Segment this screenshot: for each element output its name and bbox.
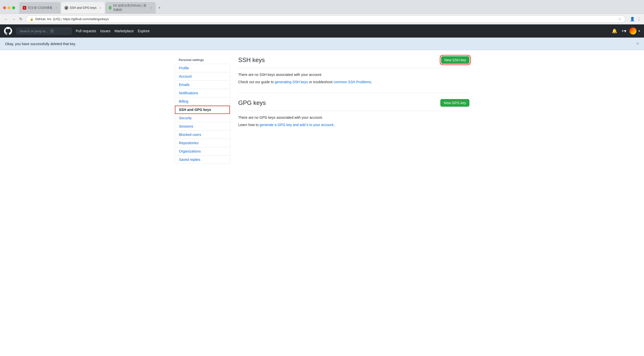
ssl-lock-icon: 🔒	[30, 17, 34, 21]
browser-tabs: C 写文章-CSDN博客 × SSH and GPG keys × G Git …	[19, 2, 641, 14]
github-logo[interactable]	[4, 27, 12, 35]
tab-close-github[interactable]: ×	[99, 6, 101, 9]
github-favicon	[65, 6, 68, 10]
maximize-window-button[interactable]	[12, 6, 15, 9]
sidebar-item-emails[interactable]: Emails	[175, 81, 230, 89]
user-profile-icon[interactable]: 👤	[630, 17, 635, 21]
generate-gpg-key-link[interactable]: generate a GPG key and add it to your ac…	[260, 123, 334, 127]
sidebar-link-account[interactable]: Account	[175, 72, 230, 80]
browser-tab-git[interactable]: G Git 远程仓库(Github) | 菜鸟教程 ×	[105, 2, 156, 14]
sidebar-item-account[interactable]: Account	[175, 72, 230, 81]
bookmark-star-icon[interactable]: ☆	[618, 17, 622, 21]
sidebar-item-repositories[interactable]: Repositories	[175, 139, 230, 147]
sidebar-link-security[interactable]: Security	[175, 114, 230, 122]
sidebar-link-billing[interactable]: Billing	[175, 97, 230, 105]
sidebar-link-saved-replies[interactable]: Saved replies	[175, 156, 230, 164]
url-prefix: GitHub, Inc. [US] |	[35, 17, 62, 21]
git-favicon: G	[109, 6, 112, 10]
sidebar-item-notifications[interactable]: Notifications	[175, 89, 230, 97]
nav-pull-requests[interactable]: Pull requests	[76, 29, 96, 33]
tab-label-git: Git 远程仓库(Github) | 菜鸟教程	[113, 4, 147, 12]
browser-title-bar: C 写文章-CSDN博客 × SSH and GPG keys × G Git …	[0, 0, 644, 14]
settings-sidebar: Personal settings Profile Account Emails…	[175, 56, 230, 164]
forward-button[interactable]: →	[11, 16, 17, 22]
generating-ssh-keys-link[interactable]: generating SSH keys	[275, 80, 308, 84]
ssh-section-header: SSH keys New SSH key	[238, 56, 469, 68]
gpg-empty-message: There are no GPG keys associated with yo…	[238, 115, 469, 120]
ssh-section-title: SSH keys	[238, 56, 265, 64]
sidebar-link-notifications[interactable]: Notifications	[175, 89, 230, 97]
sidebar-link-blocked-users[interactable]: Blocked users	[175, 131, 230, 139]
sidebar-item-ssh-gpg[interactable]: SSH and GPG keys	[175, 106, 230, 114]
github-navbar: Search or jump to... / Pull requests Iss…	[0, 24, 644, 38]
browser-chrome: C 写文章-CSDN博客 × SSH and GPG keys × G Git …	[0, 0, 644, 24]
nav-right-section: 🔔 +▾ ▾	[611, 27, 640, 35]
nav-links: Pull requests Issues Marketplace Explore	[76, 29, 150, 33]
browser-menu-icon[interactable]: ⋮	[637, 17, 641, 21]
sidebar-nav: Profile Account Emails Notifications Bil…	[175, 64, 230, 164]
browser-address-bar: ← → ↻ 🔒 GitHub, Inc. [US] | https://gith…	[0, 14, 644, 24]
gpg-section-body: There are no GPG keys associated with yo…	[238, 115, 469, 128]
common-ssh-problems-link[interactable]: common SSH Problems	[333, 80, 371, 84]
tab-label-csdn: 写文章-CSDN博客	[28, 6, 52, 10]
url-text: https://github.com/settings/keys	[63, 17, 109, 21]
minimize-window-button[interactable]	[8, 6, 11, 9]
browser-nav-buttons: ← → ↻	[3, 16, 23, 22]
avatar-dropdown-arrow[interactable]: ▾	[638, 29, 640, 33]
nav-explore[interactable]: Explore	[138, 29, 150, 33]
sidebar-link-sessions[interactable]: Sessions	[175, 122, 230, 130]
reload-button[interactable]: ↻	[18, 16, 23, 22]
nav-issues[interactable]: Issues	[100, 29, 110, 33]
close-window-button[interactable]	[3, 6, 6, 9]
sidebar-item-saved-replies[interactable]: Saved replies	[175, 156, 230, 164]
browser-tab-csdn[interactable]: C 写文章-CSDN博客 ×	[19, 2, 61, 14]
notifications-bell-icon[interactable]: 🔔	[611, 27, 618, 35]
new-item-plus-icon[interactable]: +▾	[620, 27, 627, 35]
gpg-learn-text: Learn how to generate a GPG key and add …	[238, 122, 469, 128]
nav-marketplace[interactable]: Marketplace	[114, 29, 133, 33]
search-slash-icon: /	[50, 29, 54, 33]
browser-tab-github[interactable]: SSH and GPG keys ×	[61, 2, 104, 14]
ssh-empty-message: There are no SSH keys associated with yo…	[238, 72, 469, 77]
section-divider	[238, 93, 469, 93]
flash-close-button[interactable]: ×	[636, 41, 639, 46]
sidebar-link-ssh-gpg[interactable]: SSH and GPG keys	[175, 106, 230, 114]
sidebar-item-sessions[interactable]: Sessions	[175, 122, 230, 131]
user-avatar[interactable]	[629, 27, 636, 35]
sidebar-link-emails[interactable]: Emails	[175, 81, 230, 89]
search-placeholder: Search or jump to...	[19, 29, 48, 33]
sidebar-link-profile[interactable]: Profile	[175, 64, 230, 72]
search-bar[interactable]: Search or jump to... /	[16, 28, 72, 35]
gpg-section-title: GPG keys	[238, 99, 266, 106]
new-gpg-key-button[interactable]: New GPG key	[440, 99, 469, 107]
sidebar-item-blocked-users[interactable]: Blocked users	[175, 131, 230, 139]
page-container: Personal settings Profile Account Emails…	[171, 50, 473, 170]
url-bar[interactable]: 🔒 GitHub, Inc. [US] | https://github.com…	[26, 15, 625, 23]
browser-window-controls	[3, 6, 15, 9]
sidebar-item-organizations[interactable]: Organizations	[175, 147, 230, 156]
sidebar-item-security[interactable]: Security	[175, 114, 230, 122]
ssh-section-body: There are no SSH keys associated with yo…	[238, 72, 469, 85]
new-ssh-key-button[interactable]: New SSH key	[441, 56, 469, 64]
new-tab-button[interactable]: +	[156, 2, 163, 14]
tab-label-github: SSH and GPG keys	[70, 6, 96, 10]
sidebar-item-billing[interactable]: Billing	[175, 97, 230, 106]
sidebar-link-organizations[interactable]: Organizations	[175, 147, 230, 155]
flash-message-text: Okay, you have successfully deleted that…	[5, 42, 76, 46]
sidebar-link-repositories[interactable]: Repositories	[175, 139, 230, 147]
tab-close-csdn[interactable]: ×	[56, 6, 57, 9]
tab-close-git[interactable]: ×	[150, 6, 152, 9]
back-button[interactable]: ←	[3, 16, 9, 22]
csdn-favicon: C	[23, 6, 26, 10]
sidebar-item-profile[interactable]: Profile	[175, 64, 230, 72]
flash-message-banner: Okay, you have successfully deleted that…	[0, 38, 644, 50]
ssh-guide-text: Check out our guide to generating SSH ke…	[238, 79, 469, 85]
main-content: SSH keys New SSH key There are no SSH ke…	[238, 56, 469, 164]
browser-action-buttons: 👤 ⋮	[630, 17, 641, 21]
gpg-section-header: GPG keys New GPG key	[238, 99, 469, 111]
sidebar-heading: Personal settings	[175, 56, 230, 64]
